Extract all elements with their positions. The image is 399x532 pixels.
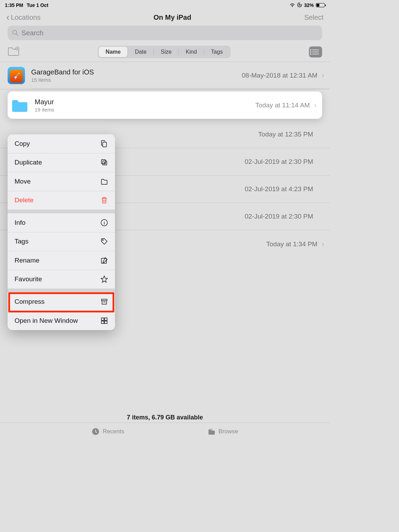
sort-kind[interactable]: Kind [179,47,204,57]
ctx-info[interactable]: Info [8,213,115,232]
file-subtitle: 19 items [35,107,255,113]
clock-icon [91,427,100,436]
svg-point-0 [292,6,293,7]
back-label: Locations [11,14,41,21]
grid-icon [100,317,108,325]
svg-rect-12 [101,299,107,301]
file-subtitle: 15 items [31,77,242,83]
chevron-right-icon: › [314,101,317,110]
svg-line-4 [16,34,18,36]
search-input[interactable]: Search [8,26,322,40]
ctx-tags[interactable]: Tags [8,232,115,251]
select-button[interactable]: Select [304,14,323,21]
file-date: 02-Jul-2019 at 2:30 PM [245,158,313,166]
ctx-open-new-window[interactable]: Open in New Window [8,311,115,330]
garageband-app-icon: 🎸 [8,67,25,84]
sort-date[interactable]: Date [128,47,153,57]
page-title: On My iPad [153,14,191,21]
folder-icon [100,178,108,185]
duplicate-icon [100,159,108,166]
chevron-right-icon: › [322,240,324,249]
svg-rect-14 [105,318,107,320]
file-date: Today at 1:34 PM [266,240,318,248]
ctx-duplicate[interactable]: Duplicate [8,153,115,172]
tab-browse[interactable]: Browse [207,427,238,436]
toolbar: Name Date Size Kind Tags [0,44,330,62]
list-icon [312,50,319,54]
svg-rect-6 [103,142,106,147]
file-date: Today at 11:14 AM [255,101,310,109]
battery-percent: 32% [304,2,314,8]
svg-point-10 [103,240,104,241]
ctx-compress[interactable]: Compress [8,292,115,311]
orientation-lock-icon [297,2,302,8]
svg-rect-15 [101,321,104,323]
context-menu: Copy Duplicate Move Delete Info Tags Ren… [8,134,115,330]
tag-icon [100,238,108,245]
file-date: 02-Jul-2019 at 2:30 PM [245,213,313,220]
file-date: 08-May-2018 at 12:31 AM [242,72,318,79]
battery-icon [316,3,325,7]
bottom-tab-bar: Recents Browse [0,423,330,440]
wifi-icon [290,2,295,8]
new-folder-icon [8,46,19,56]
ctx-favourite[interactable]: Favourite [8,270,115,289]
sort-name[interactable]: Name [99,47,128,57]
sort-tags[interactable]: Tags [204,47,230,57]
archive-icon [100,298,108,305]
svg-point-1 [298,3,302,7]
sort-segment: Name Date Size Kind Tags [98,46,231,58]
chevron-right-icon: › [322,71,324,80]
file-row-mayur[interactable]: Mayur 19 items Today at 11:14 AM › [8,91,322,119]
search-placeholder: Search [21,29,43,37]
chevron-left-icon: ‹ [6,12,9,22]
file-date: 02-Jul-2019 at 4:23 PM [245,185,313,193]
browse-folder-icon [207,427,216,436]
star-icon [100,275,108,283]
svg-rect-13 [101,318,104,320]
file-name: GarageBand for iOS [31,68,242,76]
search-icon [12,29,19,36]
new-folder-button[interactable] [8,46,19,57]
ctx-move[interactable]: Move [8,172,115,191]
rename-icon [100,257,108,264]
ctx-copy[interactable]: Copy [8,134,115,153]
tab-recents[interactable]: Recents [91,427,124,436]
ctx-delete[interactable]: Delete [8,191,115,210]
status-time: 1:35 PM [5,2,23,8]
trash-icon [100,196,108,204]
ctx-rename[interactable]: Rename [8,251,115,270]
file-row-garageband[interactable]: 🎸 GarageBand for iOS 15 items 08-May-201… [0,62,330,89]
status-date: Tue 1 Oct [27,2,48,8]
info-icon [100,219,108,227]
copy-icon [100,140,108,148]
svg-rect-2 [299,4,300,6]
svg-rect-18 [209,429,213,430]
status-bar: 1:35 PM Tue 1 Oct 32% [0,0,330,9]
svg-rect-16 [105,321,107,323]
nav-bar: ‹ Locations On My iPad Select [0,9,330,26]
back-button[interactable]: ‹ Locations [6,12,41,22]
folder-icon [11,98,28,113]
sort-size[interactable]: Size [154,47,178,57]
storage-status: 7 items, 6.79 GB available [0,414,330,421]
file-date: Today at 12:35 PM [258,131,313,138]
file-name: Mayur [35,98,255,106]
view-list-button[interactable] [309,46,322,57]
